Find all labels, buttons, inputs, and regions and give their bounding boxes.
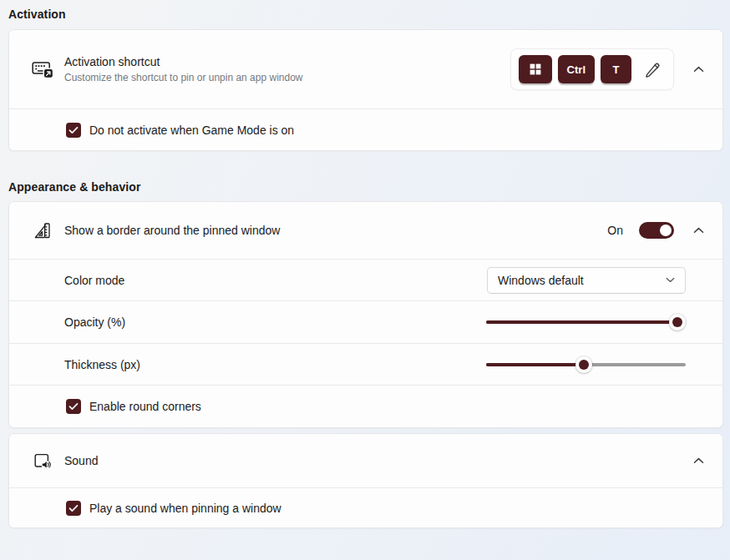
sound-card: Sound Play a sound when pinning a window: [8, 433, 723, 528]
check-icon: [68, 402, 79, 411]
sound-row-title: Sound: [64, 454, 98, 467]
game-mode-row: Do not activate when Game Mode is on: [9, 108, 722, 150]
pencil-icon: [644, 61, 661, 78]
chevron-up-icon[interactable]: [686, 57, 711, 82]
activation-shortcut-description: Customize the shortcut to pin or unpin a…: [64, 72, 303, 83]
play-sound-label: Play a sound when pinning a window: [89, 502, 281, 515]
play-sound-checkbox[interactable]: [66, 501, 81, 516]
opacity-row: Opacity (%): [9, 300, 722, 343]
monitor-sound-icon: [32, 452, 53, 470]
thickness-label: Thickness (px): [64, 358, 140, 371]
chevron-down-icon: [666, 277, 675, 283]
ctrl-keycap: Ctrl: [558, 55, 595, 83]
section-header-appearance: Appearance & behavior: [8, 180, 723, 194]
chevron-up-icon[interactable]: [686, 448, 711, 473]
ruler-border-icon: [32, 221, 53, 240]
windows-logo-icon: [530, 63, 541, 75]
check-icon: [68, 504, 79, 512]
check-icon: [68, 126, 79, 134]
border-toggle[interactable]: [639, 222, 674, 239]
win-keycap: [519, 55, 552, 83]
border-row[interactable]: Show a border around the pinned window O…: [9, 202, 722, 259]
shortcut-keys-group: Ctrl T: [510, 48, 674, 90]
slider-thumb[interactable]: [575, 356, 592, 373]
toggle-state-label: On: [607, 224, 623, 237]
round-corners-checkbox[interactable]: [66, 399, 81, 414]
section-header-activation: Activation: [8, 8, 723, 21]
round-corners-label: Enable round corners: [89, 400, 201, 413]
chevron-up-icon[interactable]: [686, 218, 711, 243]
edit-shortcut-button[interactable]: [639, 55, 666, 83]
t-keycap: T: [601, 55, 631, 83]
thickness-slider[interactable]: [486, 356, 686, 373]
color-mode-selected-value: Windows default: [498, 274, 584, 287]
border-row-label: Show a border around the pinned window: [64, 224, 280, 237]
activation-shortcut-row[interactable]: Activation shortcut Customize the shortc…: [9, 30, 722, 108]
thickness-row: Thickness (px): [9, 343, 722, 385]
always-on-top-settings-page: Activation Activation shortcut: [0, 0, 730, 528]
slider-fill: [486, 363, 586, 366]
appearance-card: Show a border around the pinned window O…: [8, 201, 723, 428]
play-sound-row: Play a sound when pinning a window: [9, 487, 722, 527]
round-corners-row: Enable round corners: [9, 385, 722, 427]
color-mode-label: Color mode: [64, 274, 124, 287]
activation-shortcut-title: Activation shortcut: [64, 55, 303, 69]
keyboard-shortcut-icon: [32, 59, 53, 79]
toggle-knob: [660, 225, 672, 236]
color-mode-row: Color mode Windows default: [9, 259, 722, 300]
game-mode-label: Do not activate when Game Mode is on: [89, 124, 294, 137]
opacity-slider[interactable]: [486, 314, 686, 330]
game-mode-checkbox[interactable]: [66, 123, 81, 138]
slider-fill: [486, 320, 679, 324]
slider-thumb[interactable]: [669, 314, 686, 330]
sound-row[interactable]: Sound: [9, 434, 722, 487]
activation-card: Activation shortcut Customize the shortc…: [8, 29, 723, 151]
opacity-label: Opacity (%): [64, 315, 125, 329]
color-mode-dropdown[interactable]: Windows default: [487, 267, 686, 294]
